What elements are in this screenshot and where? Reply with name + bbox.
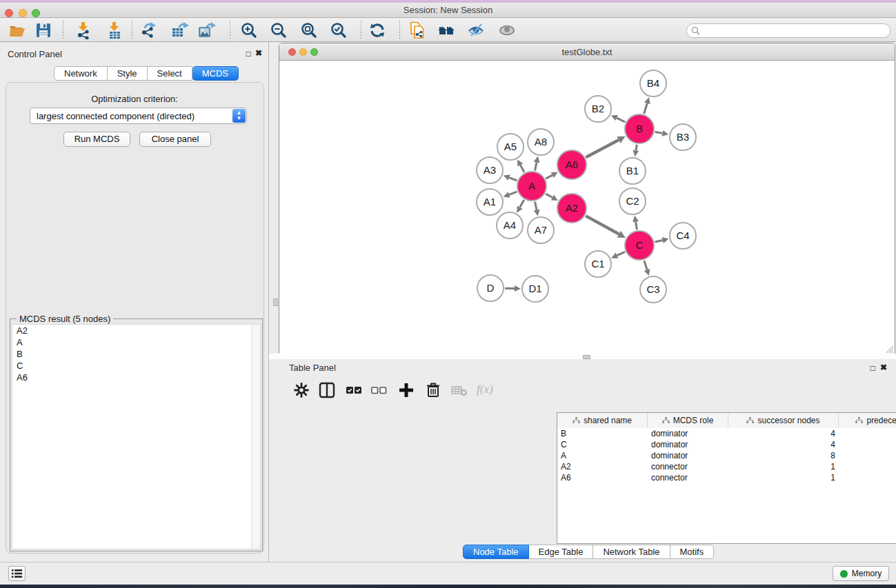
close-panel-icon[interactable]: ✖ (880, 363, 887, 372)
node-label-C1: C1 (591, 258, 604, 270)
network-document-icon[interactable] (408, 21, 426, 39)
export-image-icon[interactable] (198, 21, 216, 39)
task-history-button[interactable] (8, 566, 26, 581)
select-all-rows-icon[interactable] (345, 381, 363, 399)
network-graph[interactable]: A5A8A3A1A4A7AA6A2B2B4BB3B1C2CC4C1C3DD1 (279, 61, 895, 354)
deselect-all-rows-icon[interactable] (370, 381, 388, 399)
add-icon[interactable] (397, 381, 415, 399)
column-header-predecessor-nodes[interactable]: predecessor nodes (839, 413, 896, 428)
show-column-icon[interactable] (318, 381, 336, 399)
edge-C-C4[interactable] (655, 241, 662, 243)
optimization-criterion-dropdown[interactable]: largest connected component (directed) ▲… (30, 108, 247, 124)
import-network-icon[interactable] (74, 21, 92, 39)
table-header-row[interactable]: shared nameMCDS rolesuccessor nodesprede… (557, 413, 896, 428)
resize-grip-icon[interactable] (885, 344, 894, 353)
minimize-traffic-light[interactable] (299, 48, 307, 56)
memory-button[interactable]: Memory (833, 566, 889, 581)
minimize-traffic-light[interactable] (19, 9, 27, 17)
open-session-icon[interactable] (8, 21, 26, 39)
zoom-in-icon[interactable] (240, 21, 258, 39)
tab-edge-table[interactable]: Edge Table (529, 545, 594, 559)
run-mcds-button[interactable]: Run MCDS (63, 132, 130, 147)
edge-A-A6[interactable] (546, 175, 552, 179)
table-row[interactable]: A2connector11A2 (557, 461, 896, 472)
refresh-layout-icon[interactable] (368, 21, 386, 39)
result-item[interactable]: B (12, 348, 260, 360)
edge-A-A7[interactable] (535, 202, 537, 210)
node-label-C4: C4 (676, 230, 689, 241)
edge-B-B2[interactable] (617, 118, 625, 122)
close-traffic-light[interactable] (5, 9, 13, 17)
column-header-successor-nodes[interactable]: successor nodes (728, 413, 839, 428)
vertical-splitter-handle[interactable] (273, 298, 278, 306)
edge-C-C2[interactable] (636, 222, 637, 230)
network-canvas[interactable]: A5A8A3A1A4A7AA6A2B2B4BB3B1C2CC4C1C3DD1 (279, 61, 895, 354)
export-table-icon[interactable] (171, 21, 189, 39)
search-input[interactable] (702, 25, 886, 37)
result-item[interactable]: A (12, 336, 260, 348)
zoom-fit-icon[interactable] (300, 21, 318, 39)
tab-style[interactable]: Style (108, 66, 148, 81)
table-row[interactable]: Cdominator41C (557, 439, 896, 450)
zoom-traffic-light[interactable] (32, 9, 40, 17)
tab-network[interactable]: Network (54, 66, 108, 81)
edge-B-B3[interactable] (655, 132, 663, 133)
column-header-MCDS-role[interactable]: MCDS role (648, 413, 728, 428)
hide-eye-icon[interactable] (467, 21, 485, 39)
float-panel-icon[interactable]: □ (246, 49, 251, 59)
node-table[interactable]: shared nameMCDS rolesuccessor nodesprede… (557, 412, 896, 544)
show-eye-icon[interactable] (498, 21, 516, 39)
table-row[interactable]: A6connector11A6 (557, 472, 896, 483)
tab-select[interactable]: Select (148, 66, 192, 81)
zoom-traffic-light[interactable] (310, 48, 318, 56)
table-row[interactable]: Adominator80A (557, 450, 896, 461)
node-label-C3: C3 (646, 283, 659, 295)
edge-A6-B[interactable] (586, 140, 619, 157)
edge-A-A4[interactable] (520, 200, 524, 207)
edge-B-B1[interactable] (636, 145, 637, 151)
import-table-icon[interactable] (106, 21, 123, 39)
tab-motifs[interactable]: Motifs (670, 545, 715, 559)
edge-B-B4[interactable] (644, 103, 648, 114)
edge-C-C1[interactable] (617, 252, 625, 255)
edge-A-A1[interactable] (509, 192, 517, 194)
result-item[interactable]: C (12, 360, 260, 372)
export-network-icon[interactable] (139, 21, 157, 39)
network-window-titlebar[interactable]: testGlobe.txt (279, 43, 895, 61)
table-cell: 1 (839, 461, 896, 472)
result-item[interactable]: A2 (12, 325, 260, 336)
control-panel: Control Panel □ ✖ NetworkStyleSelectMCDS… (0, 42, 269, 562)
home-views-icon[interactable] (437, 21, 455, 39)
zoom-out-icon[interactable] (270, 21, 288, 39)
table-panel: Table Panel □ ✖ f(x) (269, 359, 896, 562)
table-body[interactable]: Bdominator41BCdominator41CAdominator80AA… (557, 428, 896, 483)
search-field[interactable] (686, 23, 890, 38)
mcds-result-list[interactable]: A2ABCA6 (12, 324, 261, 549)
tab-mcds[interactable]: MCDS (192, 66, 239, 81)
float-panel-icon[interactable]: □ (870, 363, 875, 373)
tab-network-table[interactable]: Network Table (593, 545, 670, 559)
delete-icon[interactable] (424, 381, 442, 399)
edge-A-A8[interactable] (535, 162, 537, 170)
node-label-C2: C2 (626, 195, 639, 207)
result-scrollbar[interactable] (251, 325, 260, 549)
column-header-shared-name[interactable]: shared name (557, 413, 648, 428)
settings-gear-icon[interactable] (292, 381, 310, 399)
memory-label: Memory (852, 569, 882, 578)
edge-A2-C[interactable] (586, 216, 619, 234)
save-session-icon[interactable] (34, 21, 52, 39)
table-cell: 1 (728, 461, 839, 472)
table-row[interactable]: Bdominator41B (557, 428, 896, 439)
edge-A-A2[interactable] (546, 194, 552, 197)
edge-A-A3[interactable] (509, 178, 517, 181)
edge-C-C3[interactable] (644, 261, 647, 270)
application-window: Session: New Session (0, 0, 896, 588)
close-panel-button[interactable]: Close panel (139, 132, 211, 147)
node-label-A7: A7 (535, 224, 547, 236)
zoom-selected-icon[interactable] (330, 21, 348, 39)
edge-A-A5[interactable] (520, 165, 524, 172)
close-panel-icon[interactable]: ✖ (255, 48, 262, 58)
result-item[interactable]: A6 (12, 372, 260, 383)
close-traffic-light[interactable] (288, 48, 296, 56)
tab-node-table[interactable]: Node Table (463, 545, 529, 559)
